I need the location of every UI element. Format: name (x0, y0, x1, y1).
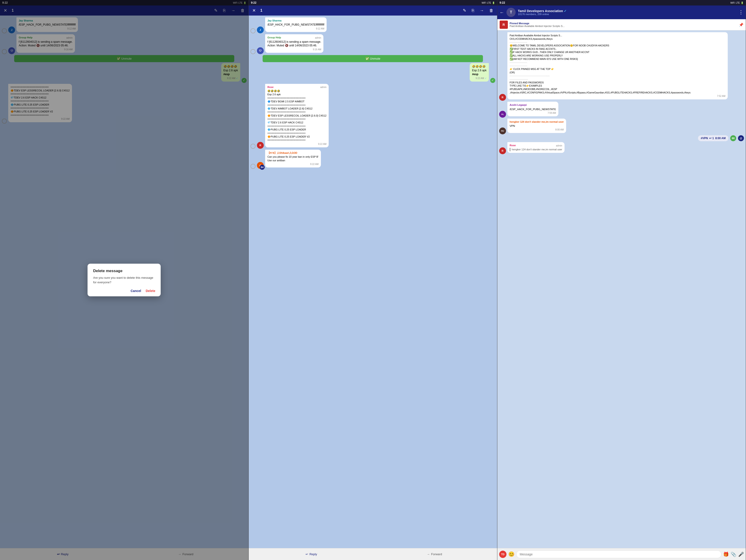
avatar-aoshi: AL (499, 111, 506, 118)
group-name-text: Tamil Developers Association (518, 9, 563, 13)
pinned-content: Pinned Message Paid Antiban Available Ai… (510, 22, 737, 27)
forward-button-2[interactable]: → Forward (374, 553, 495, 556)
status-icons-2: WiFi LTE 🔋 (482, 2, 495, 4)
dialog-actions: Cancel Delete (93, 289, 155, 293)
copy-icon-2[interactable]: ⎘ (471, 7, 475, 14)
msg-bubble-aoshi: Aoshi Legazpi /ESP_HACK_FOR_PUBG_NEWSTAT… (507, 102, 558, 116)
select-circle[interactable] (251, 144, 256, 149)
sticker-button[interactable]: 🎁 (723, 552, 729, 557)
msg-content: 🤣🤣🤣🤣Esp 2.6 apk#esp (472, 65, 486, 76)
admin-label-rose: admin (320, 86, 326, 89)
select-circle[interactable] (251, 164, 256, 169)
chat-header: ← T Tamil Developers Association ✓ 10176… (497, 5, 746, 19)
msg-bubble-hengker: hengker 124 don't slander me,im normal u… (507, 119, 566, 133)
emoji-button[interactable]: 😊 (508, 551, 514, 557)
select-circle-checked-2[interactable]: ✓ (490, 78, 495, 83)
back-button[interactable]: ← (499, 10, 504, 15)
sender-name: Group Help (267, 36, 281, 39)
chat-area-2: J Jay Sharma /ESP_HACK_FOR_PUBG_NEWSTATE… (249, 16, 497, 548)
pinned-avatar: R (499, 21, 508, 29)
cancel-button[interactable]: Cancel (131, 289, 141, 293)
more-options-button[interactable]: ⋮ (739, 9, 744, 15)
edit-icon-2[interactable]: ✎ (462, 7, 467, 14)
info-msg-row: R Paid Antiban Available Aimbot Injector… (499, 32, 744, 101)
avatar-rose-3: R (499, 147, 506, 154)
verified-icon: ✓ (564, 9, 567, 13)
select-circle[interactable] (251, 49, 256, 54)
admin-label: admin (315, 36, 321, 39)
dialog-body: Are you sure you want to delete this mes… (93, 275, 155, 285)
time-2: 9:22 (251, 1, 256, 4)
panel-2: 9:22 WiFi LTE 🔋 ✕ 1 ✎ ⎘ → 🗑 J Jay Sharma… (249, 0, 497, 560)
msg-time: 9:16 AM (267, 48, 321, 51)
panel-1: 9:22 WiFi LTE 🔋 ✕ 1 ✎ ⎘ → 🗑 J Jay Sharma… (0, 0, 249, 560)
wifi-icon-3: WiFi (730, 2, 735, 4)
msg-content-hengker: VPN (510, 124, 564, 128)
msg-content-aoshi: /ESP_HACK_FOR_PUBG_NEWSTATE (510, 108, 556, 111)
forward-icon-2[interactable]: → (479, 7, 485, 14)
msg-time-hengker: 8:00 AM (510, 128, 564, 131)
msg-time-shikaari: 9:22 AM (267, 163, 319, 166)
pin-icon: 📌 (739, 23, 744, 27)
selection-count-2: 1 (260, 8, 458, 12)
battery-icon-3: 🔋 (741, 2, 744, 4)
attach-button[interactable]: 📎 (731, 552, 737, 557)
reply-count: ↩ 1 (709, 137, 714, 140)
msg-time-aoshi: 7:59 AM (510, 112, 556, 115)
delete-icon-2[interactable]: 🗑 (488, 7, 494, 14)
bottom-bar-2: ↩ Reply → Forward (249, 548, 497, 560)
message-input[interactable] (516, 551, 721, 558)
status-icons-3: WiFi LTE 🔋 (730, 2, 744, 4)
forward-label-2: Forward (431, 553, 442, 556)
group-sub: 10176 members, 209 online (518, 13, 736, 16)
msg-content: f [6112604012] is sending a spam message… (267, 40, 321, 48)
dialog-title: Delete message (93, 269, 155, 273)
msg-row-shikaari: @ 84 【H N】人Shikaari人GOD Can you please f… (251, 150, 495, 169)
close-selection-button-2[interactable]: ✕ (251, 7, 257, 14)
battery-icon: 🔋 (492, 2, 495, 4)
admin-label-rose-3: admin (556, 144, 562, 147)
reply-button-2[interactable]: ↩ Reply (251, 553, 372, 556)
avatar-rose: R (257, 142, 264, 149)
voice-button[interactable]: 🎤 (738, 552, 744, 557)
msg-bubble: Group Help admin f [6112604012] is sendi… (265, 34, 324, 53)
avatar-info: R (499, 94, 506, 101)
msg-bubble-shikaari: 【H N】人Shikaari人GOD Can you please fix 10… (265, 150, 321, 168)
delete-dialog: Delete message Are you sure you want to … (88, 264, 161, 296)
unmute-button-2[interactable]: ✅ Unmute (263, 55, 483, 62)
msg-time-info: 7:52 AM (510, 95, 725, 98)
vpn-reply-row: #VPN ↩ 1 8:00 AM 88 @ (499, 135, 744, 141)
pinned-message-bar[interactable]: R Pinned Message Paid Antiban Available … (497, 19, 746, 30)
reply-label-2: Reply (310, 553, 317, 556)
vpn-tag: #VPN ↩ 1 8:00 AM (698, 135, 728, 141)
unmute-row-2: ✅ Unmute (251, 55, 495, 62)
wifi-icon: WiFi (482, 2, 486, 4)
sender-name-hengker: hengker 124 don't slander me,im normal u… (510, 120, 564, 124)
reply-quote-rose: hengker 124 don't slander me,im normal u… (510, 148, 562, 151)
selection-bar-2: ✕ 1 ✎ ⎘ → 🗑 (249, 5, 497, 16)
panel-3: 9:22 WiFi LTE 🔋 ← T Tamil Developers Ass… (497, 0, 746, 560)
reply-icon-2: ↩ (306, 553, 308, 556)
msg-row: 🛡 Group Help admin f [6112604012] is sen… (251, 34, 495, 54)
msg-row-rose: R Rose admin 🤣🤣🤣🤣Esp 2.6 apk============… (251, 84, 495, 149)
chat-area-3: R Paid Antiban Available Aimbot Injector… (497, 30, 746, 548)
avatar-hengker: HU (499, 127, 506, 134)
at-symbol-badge: @ (738, 135, 744, 141)
avatar-wrapper: @ 84 (257, 162, 264, 169)
shield-avatar: 🛡 (257, 47, 264, 54)
at-badge: 84 (260, 165, 265, 170)
lte-icon: LTE (487, 2, 491, 4)
msg-content: /ESP_HACK_FOR_PUBG_NEWSTATEffffffffffff (267, 23, 324, 27)
msg-content-rose: 🤣🤣🤣🤣Esp 2.6 apk=========================… (267, 89, 326, 142)
msg-time: 9:12 AM (267, 27, 324, 30)
msg-row-rose-3: R Rose admin hengker 124 don't slander m… (499, 142, 744, 154)
select-circle[interactable] (251, 28, 256, 33)
msg-bubble-rose: Rose admin 🤣🤣🤣🤣Esp 2.6 apk==============… (265, 84, 329, 147)
forward-icon-2b: → (427, 553, 430, 556)
sender-name-rose: Rose (267, 85, 274, 89)
vpn-time: 8:00 AM (715, 137, 726, 140)
msg-row-hengker: HU hengker 124 don't slander me,im norma… (499, 119, 744, 134)
badge-88: 88 (730, 135, 736, 141)
delete-button[interactable]: Delete (146, 289, 155, 293)
group-avatar: T (507, 8, 516, 17)
